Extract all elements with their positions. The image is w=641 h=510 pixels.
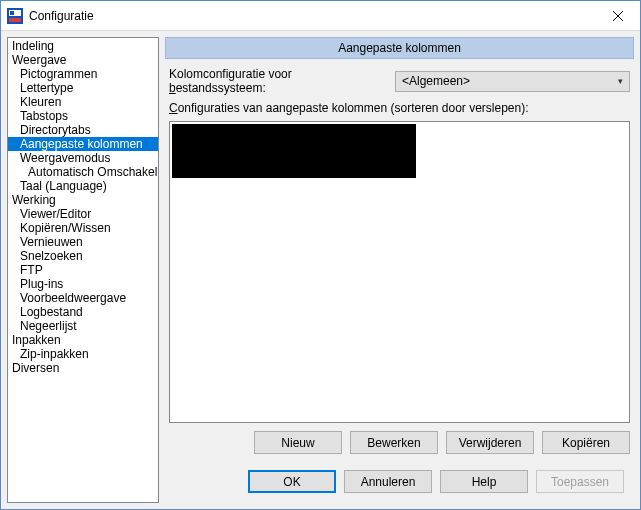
category-tree[interactable]: IndelingWeergavePictogrammenLettertypeKl… [7,37,159,503]
columns-listbox[interactable] [169,121,630,423]
close-button[interactable] [595,1,640,31]
svg-rect-3 [9,18,21,22]
tree-item[interactable]: Kopiëren/Wissen [8,221,158,235]
svg-rect-2 [10,11,14,15]
tree-item[interactable]: Directorytabs [8,123,158,137]
titlebar: Configuratie [1,1,640,31]
tree-item[interactable]: Viewer/Editor [8,207,158,221]
filesystem-label: Kolomconfiguratie voor bestandssysteem: [169,67,387,95]
tree-item[interactable]: Snelzoeken [8,249,158,263]
config-window: Configuratie IndelingWeergavePictogramme… [0,0,641,510]
tree-item[interactable]: Negeerlijst [8,319,158,333]
list-item[interactable] [172,124,416,178]
ok-button[interactable]: OK [248,470,336,493]
help-button[interactable]: Help [440,470,528,493]
new-button[interactable]: Nieuw [254,431,342,454]
tree-item[interactable]: Zip-inpakken [8,347,158,361]
tree-item[interactable]: Werking [8,193,158,207]
tree-item[interactable]: Aangepaste kolommen [8,137,158,151]
dialog-footer: OK Annuleren Help Toepassen [165,462,634,503]
panel-header: Aangepaste kolommen [165,37,634,59]
tree-item[interactable]: Weergavemodus [8,151,158,165]
tree-item[interactable]: Automatisch Omschakelen M [8,165,158,179]
configs-label: Configuraties van aangepaste kolommen (s… [165,101,634,115]
cancel-button[interactable]: Annuleren [344,470,432,493]
filesystem-row: Kolomconfiguratie voor bestandssysteem: … [165,65,634,95]
filesystem-dropdown-value: <Algemeen> [402,74,618,88]
tree-item[interactable]: Voorbeeldweergave [8,291,158,305]
edit-button[interactable]: Bewerken [350,431,438,454]
tree-item[interactable]: Tabstops [8,109,158,123]
tree-item[interactable]: Diversen [8,361,158,375]
tree-item[interactable]: Lettertype [8,81,158,95]
tree-item[interactable]: Logbestand [8,305,158,319]
tree-item[interactable]: Vernieuwen [8,235,158,249]
delete-button[interactable]: Verwijderen [446,431,534,454]
tree-item[interactable]: Inpakken [8,333,158,347]
chevron-down-icon: ▾ [618,76,623,86]
window-title: Configuratie [29,9,595,23]
apply-button: Toepassen [536,470,624,493]
copy-button[interactable]: Kopiëren [542,431,630,454]
tree-item[interactable]: FTP [8,263,158,277]
tree-item[interactable]: Plug-ins [8,277,158,291]
tree-item[interactable]: Indeling [8,39,158,53]
right-panel: Aangepaste kolommen Kolomconfiguratie vo… [165,37,634,503]
tree-item[interactable]: Weergave [8,53,158,67]
app-icon [7,8,23,24]
tree-item[interactable]: Pictogrammen [8,67,158,81]
close-icon [613,11,623,21]
list-button-row: Nieuw Bewerken Verwijderen Kopiëren [165,429,634,456]
filesystem-dropdown[interactable]: <Algemeen> ▾ [395,71,630,92]
dialog-body: IndelingWeergavePictogrammenLettertypeKl… [1,31,640,509]
panel-header-text: Aangepaste kolommen [338,41,461,55]
tree-item[interactable]: Taal (Language) [8,179,158,193]
tree-item[interactable]: Kleuren [8,95,158,109]
